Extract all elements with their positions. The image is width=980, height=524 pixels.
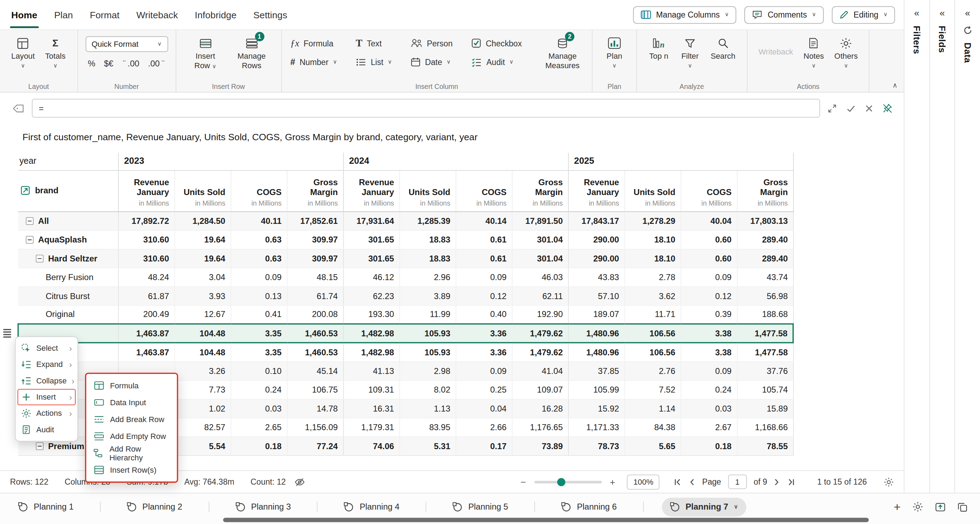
table-cell[interactable]: 0.12 (456, 287, 512, 305)
table-cell[interactable]: 0.09 (681, 268, 737, 287)
copy-sheet-icon[interactable] (958, 502, 967, 512)
year-group-header-2023[interactable]: 2023 (118, 153, 343, 170)
refresh-icon[interactable] (963, 25, 972, 35)
insert-date-column-button[interactable]: Date∨ (410, 57, 453, 67)
table-cell[interactable]: 1,156.09 (287, 418, 343, 436)
menu-tab-format[interactable]: Format (90, 0, 120, 30)
table-cell[interactable]: 11.71 (625, 305, 681, 324)
menu-tab-plan[interactable]: Plan (54, 0, 73, 30)
context-menu-item-select[interactable]: Select› (18, 340, 76, 356)
table-cell[interactable]: 37.76 (737, 361, 793, 380)
quick-format-select[interactable]: Quick Format ∨ (85, 36, 168, 52)
table-cell[interactable]: 105.93 (399, 342, 456, 361)
table-cell[interactable]: 1,460.53 (287, 324, 343, 342)
upload-icon[interactable] (935, 502, 946, 512)
table-cell[interactable]: 7.73 (174, 380, 231, 399)
insert-list-column-button[interactable]: List∨ (356, 57, 392, 67)
submenu-item-add-row-hierarchy[interactable]: Add Row Hierarchy (89, 444, 175, 462)
table-cell[interactable]: 5.54 (174, 436, 231, 455)
grid-settings-icon[interactable] (884, 477, 894, 487)
table-cell[interactable]: 1,479.62 (512, 324, 568, 342)
decrease-decimal-button[interactable]: .00→ (148, 59, 165, 68)
table-cell[interactable]: 3.38 (681, 342, 737, 361)
column-header-2023-cogs[interactable]: COGSin Millions (231, 170, 287, 211)
table-cell[interactable]: 192.90 (512, 305, 568, 324)
column-header-2024-units-sold[interactable]: Units Soldin Millions (399, 170, 456, 211)
submenu-item-insert-row-s[interactable]: Insert Row(s) (89, 462, 175, 478)
row-label[interactable]: Berry Fusion (18, 268, 118, 287)
menu-tab-settings[interactable]: Settings (253, 0, 287, 30)
year-group-header-2025[interactable]: 2025 (568, 153, 793, 170)
table-row-citrus-burst[interactable]: Citrus Burst61.873.930.1361.7462.233.890… (18, 287, 793, 305)
table-cell[interactable]: 0.04 (456, 399, 512, 417)
last-page-button[interactable] (787, 478, 795, 485)
table-cell[interactable]: 0.63 (231, 230, 287, 249)
table-cell[interactable]: 46.12 (343, 268, 399, 287)
filter-button[interactable]: Filter ∨ (676, 35, 704, 70)
table-cell[interactable]: 310.60 (118, 249, 174, 268)
table-cell[interactable]: 62.23 (343, 287, 399, 305)
chevron-down-icon[interactable]: ∨ (734, 504, 738, 510)
table-cell[interactable]: 2.96 (399, 268, 456, 287)
table-cell[interactable]: 0.39 (681, 305, 737, 324)
table-cell[interactable]: 105.99 (568, 380, 624, 399)
table-cell[interactable]: 1.02 (174, 399, 231, 417)
layout-button[interactable]: Layout ∨ (7, 35, 38, 70)
table-cell[interactable]: 1,179.31 (343, 418, 399, 436)
table-cell[interactable]: 188.68 (737, 305, 793, 324)
table-cell[interactable]: 1,463.87 (118, 342, 174, 361)
table-cell[interactable]: 3.38 (681, 324, 737, 342)
table-cell[interactable]: 1,285.39 (399, 211, 456, 230)
data-panel-label[interactable]: Data (963, 43, 972, 63)
year-group-header-2024[interactable]: 2024 (343, 153, 568, 170)
table-cell[interactable]: 2.67 (681, 418, 737, 436)
table-cell[interactable]: 0.09 (231, 268, 287, 287)
comments-button[interactable]: Comments ∨ (745, 6, 824, 24)
menu-tab-writeback[interactable]: Writeback (136, 0, 178, 30)
table-cell[interactable]: 2.98 (399, 361, 456, 380)
table-cell[interactable]: 37.85 (568, 361, 624, 380)
table-cell[interactable]: 40.04 (681, 211, 737, 230)
context-menu-item-insert[interactable]: Insert› (18, 389, 76, 405)
table-cell[interactable]: 11.99 (399, 305, 456, 324)
table-cell[interactable]: 82.57 (174, 418, 231, 436)
table-cell[interactable]: 106.75 (287, 380, 343, 399)
ribbon-collapse-button[interactable]: ∧ (892, 81, 897, 89)
context-menu-item-actions[interactable]: Actions› (18, 405, 76, 421)
table-cell[interactable]: 193.30 (343, 305, 399, 324)
table-cell[interactable]: 2.78 (625, 268, 681, 287)
zoom-slider-thumb[interactable] (557, 478, 565, 486)
table-cell[interactable]: 0.09 (456, 361, 512, 380)
column-header-2024-revenue-january[interactable]: Revenue Januaryin Millions (343, 170, 399, 211)
table-cell[interactable]: 310.60 (118, 230, 174, 249)
insert-row-button[interactable]: Insert Row ∨ (183, 35, 227, 72)
table-cell[interactable]: 105.74 (737, 380, 793, 399)
table-cell[interactable]: 15.92 (568, 399, 624, 417)
table-cell[interactable]: 0.17 (456, 436, 512, 455)
table-cell[interactable]: 46.03 (512, 268, 568, 287)
zoom-in-button[interactable]: + (608, 476, 616, 487)
table-cell[interactable]: 3.62 (625, 287, 681, 305)
submenu-item-add-empty-row[interactable]: Add Empty Row (89, 428, 175, 444)
row-drag-handle-icon[interactable] (3, 329, 11, 338)
table-cell[interactable]: 18.10 (625, 230, 681, 249)
column-header-2025-revenue-january[interactable]: Revenue Januaryin Millions (568, 170, 624, 211)
row-collapse-toggle-icon[interactable] (35, 442, 43, 450)
table-cell[interactable]: 1,480.96 (568, 342, 624, 361)
table-cell[interactable]: 48.24 (118, 268, 174, 287)
totals-button[interactable]: Σ Totals ∨ (41, 35, 70, 70)
table-cell[interactable]: 3.04 (174, 268, 231, 287)
table-cell[interactable]: 18.10 (625, 249, 681, 268)
table-cell[interactable]: 189.07 (568, 305, 624, 324)
column-header-2023-gross-margin[interactable]: Gross Marginin Millions (287, 170, 343, 211)
column-header-2023-revenue-january[interactable]: Revenue Januaryin Millions (118, 170, 174, 211)
table-cell[interactable]: 16.31 (343, 399, 399, 417)
table-cell[interactable]: 1.14 (625, 399, 681, 417)
table-cell[interactable]: 84.38 (625, 418, 681, 436)
percent-format-button[interactable]: % (88, 59, 95, 68)
table-cell[interactable]: 0.63 (231, 249, 287, 268)
table-cell[interactable]: 3.36 (456, 324, 512, 342)
row-collapse-toggle-icon[interactable] (25, 217, 34, 225)
expand-formula-icon[interactable] (827, 104, 837, 113)
table-cell[interactable]: 17,843.17 (568, 211, 624, 230)
